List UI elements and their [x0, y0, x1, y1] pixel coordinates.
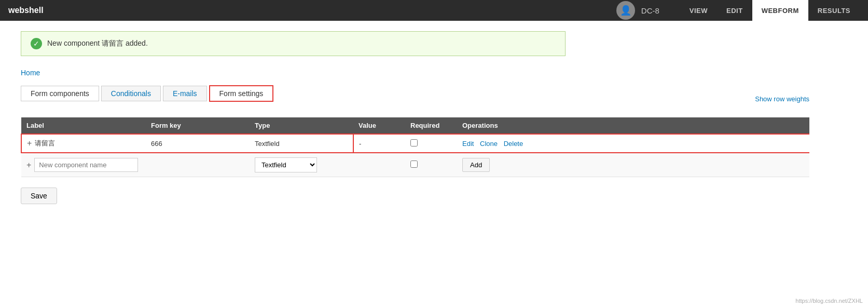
delete-link[interactable]: Delete	[504, 140, 523, 148]
success-message: ✓ New component 请留言 added.	[21, 31, 566, 56]
tab-results[interactable]: RESULTS	[808, 0, 860, 21]
add-row-ops-cell: Add	[457, 153, 809, 177]
clone-link[interactable]: Clone	[480, 140, 498, 148]
required-checkbox[interactable]	[410, 139, 418, 146]
col-header-value: Value	[353, 117, 405, 134]
component-name-highlight: 请留言	[102, 39, 123, 47]
row-required-cell	[405, 134, 457, 153]
add-component-row: + Textfield Textarea Select Checkbox Rad…	[21, 153, 809, 177]
top-nav-tabs: VIEW EDIT WEBFORM RESULTS	[680, 0, 860, 21]
add-row-value-cell	[353, 153, 405, 177]
edit-link[interactable]: Edit	[462, 140, 474, 148]
success-text: New component 请留言 added.	[47, 39, 148, 48]
component-type-select[interactable]: Textfield Textarea Select Checkbox Radio…	[255, 157, 317, 172]
add-row-required-cell	[405, 153, 457, 177]
components-table: Label Form key Type Value Required Opera…	[21, 117, 809, 177]
table-header-row: Label Form key Type Value Required Opera…	[21, 117, 809, 134]
home-link[interactable]: Home	[21, 69, 40, 77]
tab-view[interactable]: VIEW	[680, 0, 717, 21]
add-row-type-cell: Textfield Textarea Select Checkbox Radio…	[250, 153, 353, 177]
new-component-name-input[interactable]	[34, 158, 138, 172]
add-row-formkey-cell	[146, 153, 250, 177]
row-label-text: 请留言	[35, 139, 55, 148]
drag-handle-icon[interactable]: +	[27, 139, 32, 148]
add-component-button[interactable]: Add	[462, 158, 490, 172]
col-header-type: Type	[250, 117, 353, 134]
add-required-checkbox[interactable]	[410, 161, 418, 168]
tab-emails[interactable]: E-mails	[163, 86, 207, 101]
col-header-operations: Operations	[457, 117, 809, 134]
row-value-cell: -	[353, 134, 405, 153]
show-row-weights-link[interactable]: Show row weights	[755, 95, 809, 103]
tab-form-settings[interactable]: Form settings	[209, 85, 274, 102]
avatar: 👤	[616, 1, 635, 20]
row-formkey-cell: 666	[146, 134, 250, 153]
tab-edit[interactable]: EDIT	[717, 0, 752, 21]
main-content: ✓ New component 请留言 added. Home Form com…	[0, 21, 830, 215]
form-tabs: Form components Conditionals E-mails For…	[21, 85, 755, 102]
table-row: + 请留言 666 Textfield - Edit Clone Delete	[21, 134, 809, 153]
row-type-cell: Textfield	[250, 134, 353, 153]
tab-form-components[interactable]: Form components	[21, 86, 99, 101]
tab-webform[interactable]: WEBFORM	[752, 0, 808, 21]
top-nav: webshell 👤 DC-8 VIEW EDIT WEBFORM RESULT…	[0, 0, 868, 21]
breadcrumb: Home	[21, 69, 809, 77]
tab-conditionals[interactable]: Conditionals	[101, 86, 161, 101]
save-button[interactable]: Save	[21, 188, 57, 204]
col-header-required: Required	[405, 117, 457, 134]
success-icon: ✓	[31, 38, 42, 49]
row-label-cell: + 请留言	[21, 134, 146, 153]
brand-logo: webshell	[8, 6, 44, 15]
row-ops-cell: Edit Clone Delete	[457, 134, 809, 153]
col-header-formkey: Form key	[146, 117, 250, 134]
add-row-label-cell: +	[21, 153, 146, 177]
add-drag-handle-icon: +	[26, 161, 31, 170]
page-title: DC-8	[641, 6, 659, 15]
col-header-label: Label	[21, 117, 146, 134]
